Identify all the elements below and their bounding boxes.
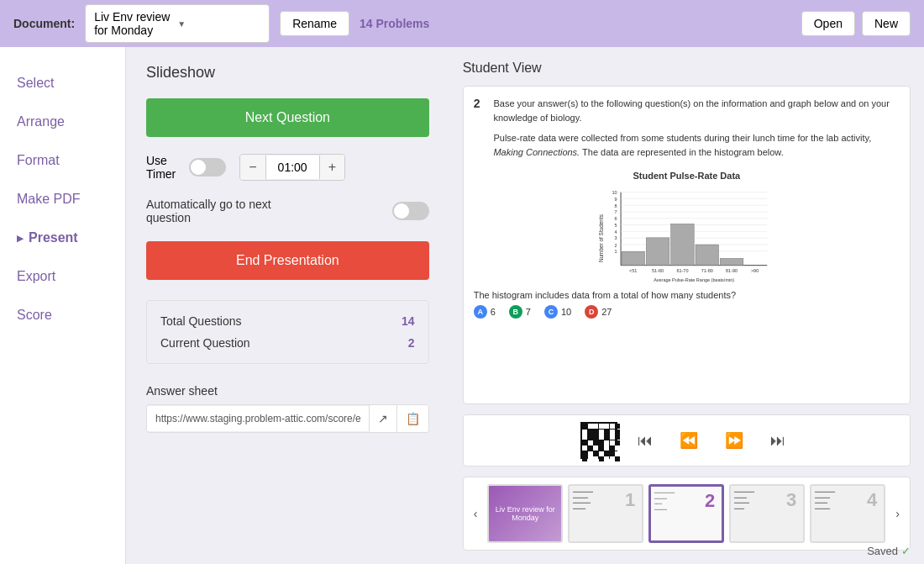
question-text-1: Base your answer(s) to the following que… [493, 97, 900, 124]
sidebar-item-format[interactable]: Format [0, 141, 125, 180]
open-button[interactable]: Open [801, 11, 855, 36]
sidebar-item-present[interactable]: ▶ Present [0, 219, 125, 257]
svg-text:10: 10 [612, 190, 617, 195]
svg-text:9: 9 [615, 197, 617, 202]
sidebar-item-label: Export [17, 269, 55, 284]
timer-value: 01:00 [265, 155, 320, 179]
current-question-row: Current Question 2 [160, 336, 415, 350]
thumbnail-3[interactable]: 3 ━━━━━━━━━━━━━━━━━━━━━━━ [729, 484, 805, 543]
thumbnail-0[interactable]: Liv Env review for Monday [487, 484, 563, 543]
rename-button[interactable]: Rename [280, 11, 349, 36]
svg-rect-25 [671, 224, 695, 265]
svg-text:Number of Students: Number of Students [598, 214, 604, 262]
option-a-value: 6 [491, 307, 496, 317]
external-link-icon[interactable]: ↗ [369, 405, 396, 432]
thumb-3-content: ━━━━━━━━━━━━━━━━━━━━━━━ [734, 489, 786, 538]
sidebar-item-select[interactable]: Select [0, 64, 125, 103]
thumb-2-num: 2 [705, 490, 715, 512]
timer-increment-button[interactable]: + [320, 155, 344, 180]
header-right-actions: Open New [801, 11, 911, 36]
svg-rect-24 [647, 238, 670, 266]
thumb-3-num: 3 [786, 489, 796, 511]
svg-text:51-60: 51-60 [652, 268, 664, 273]
thumbnail-2[interactable]: 2 ━━━━━━━━━━━━━▪▪▪▪▪━━━━━ [648, 484, 724, 543]
next-button[interactable]: ⏩ [718, 428, 750, 453]
saved-indicator: Saved ✓ [867, 545, 911, 557]
student-view-content: 2 Base your answer(s) to the following q… [463, 86, 911, 404]
svg-rect-26 [696, 245, 719, 266]
toggle-knob [191, 160, 206, 175]
svg-text:3: 3 [615, 235, 617, 240]
current-question-value: 2 [408, 336, 415, 350]
slideshow-panel: Slideshow Next Question Use Timer − 01:0… [126, 47, 449, 564]
thumbnail-1[interactable]: 1 ━━━━━━━━━━━━━━━━━━━━━━━━━━ [568, 484, 643, 543]
new-button[interactable]: New [862, 11, 911, 36]
thumbnail-4[interactable]: 4 ━━━━━━━━━━━━━━━━━━━━━━━━━ [810, 484, 885, 543]
sidebar-item-label: Arrange [17, 114, 65, 129]
use-timer-label: Use Timer [146, 154, 176, 181]
timer-controls: − 01:00 + [239, 154, 345, 181]
sidebar-item-export[interactable]: Export [0, 257, 125, 296]
arrow-icon: ▶ [17, 234, 24, 243]
thumb-cover-text: Liv Env review for Monday [489, 486, 561, 541]
check-icon: ✓ [901, 545, 911, 557]
sidebar-item-label: Score [17, 308, 52, 323]
stats-box: Total Questions 14 Current Question 2 [146, 300, 429, 364]
timer-row: Use Timer − 01:00 + [146, 154, 429, 181]
answer-sheet-url-input[interactable] [147, 406, 369, 431]
slideshow-title: Slideshow [146, 64, 429, 82]
problems-count: 14 Problems [360, 17, 429, 30]
thumb-4-num: 4 [867, 489, 877, 511]
auto-next-label: Automatically go to next question [146, 198, 314, 224]
histogram-container: Number of Students 10 9 8 7 [474, 184, 900, 285]
option-d-value: 27 [601, 307, 612, 317]
option-c-circle: C [544, 305, 558, 319]
svg-text:<51: <51 [629, 268, 637, 273]
option-a: A 6 [474, 305, 496, 319]
auto-next-toggle[interactable] [392, 202, 429, 220]
skip-forward-button[interactable]: ⏭ [764, 429, 792, 453]
doc-label: Document: [13, 17, 75, 30]
skip-back-button[interactable]: ⏮ [631, 429, 659, 453]
svg-rect-23 [622, 251, 645, 265]
option-c: C 10 [544, 305, 571, 319]
doc-name: Liv Env review for Monday [94, 10, 177, 37]
svg-rect-27 [721, 258, 744, 265]
option-b-circle: B [509, 305, 522, 319]
timer-decrement-button[interactable]: − [240, 155, 265, 180]
sidebar-item-label: Format [17, 153, 60, 168]
sidebar: Select Arrange Format Make PDF ▶ Present… [0, 47, 126, 564]
svg-text:61-70: 61-70 [677, 268, 689, 273]
timer-toggle[interactable] [189, 158, 226, 177]
toggle-knob [394, 203, 409, 219]
sidebar-item-label: Make PDF [17, 192, 81, 207]
total-questions-value: 14 [402, 314, 415, 328]
sidebar-item-arrange[interactable]: Arrange [0, 103, 125, 141]
prev-button[interactable]: ⏪ [673, 428, 705, 453]
total-questions-row: Total Questions 14 [160, 314, 415, 328]
auto-next-row: Automatically go to next question [146, 198, 429, 224]
svg-text:1: 1 [615, 249, 617, 254]
svg-text:81-90: 81-90 [726, 268, 738, 273]
sidebar-item-label: Present [29, 230, 78, 245]
document-selector[interactable]: Liv Env review for Monday ▼ [85, 4, 270, 43]
saved-label: Saved [867, 545, 898, 557]
option-a-circle: A [474, 305, 487, 319]
sidebar-item-make-pdf[interactable]: Make PDF [0, 180, 125, 219]
thumbnail-scroll-left-button[interactable]: ‹ [470, 503, 481, 524]
end-presentation-button[interactable]: End Presentation [146, 241, 429, 280]
next-question-button[interactable]: Next Question [146, 98, 429, 137]
sidebar-item-score[interactable]: Score [0, 296, 125, 335]
thumbnail-scroll-right-button[interactable]: › [892, 503, 903, 524]
student-view-panel: Student View 2 Base your answer(s) to th… [449, 47, 924, 564]
svg-text:4: 4 [615, 229, 617, 235]
student-view-title: Student View [463, 61, 911, 76]
thumb-1-content: ━━━━━━━━━━━━━━━━━━━━━━━━━━ [573, 489, 625, 538]
copy-icon[interactable]: 📋 [396, 405, 428, 432]
controls-bar: ⏮ ⏪ ⏩ ⏭ [463, 414, 911, 466]
chevron-down-icon: ▼ [177, 19, 260, 29]
question-text-2: Pulse-rate data were collected from some… [493, 131, 900, 159]
question-header: 2 Base your answer(s) to the following q… [474, 97, 900, 166]
thumbnails: Liv Env review for Monday 1 ━━━━━━━━━━━━… [487, 484, 885, 543]
option-d-circle: D [585, 305, 598, 319]
